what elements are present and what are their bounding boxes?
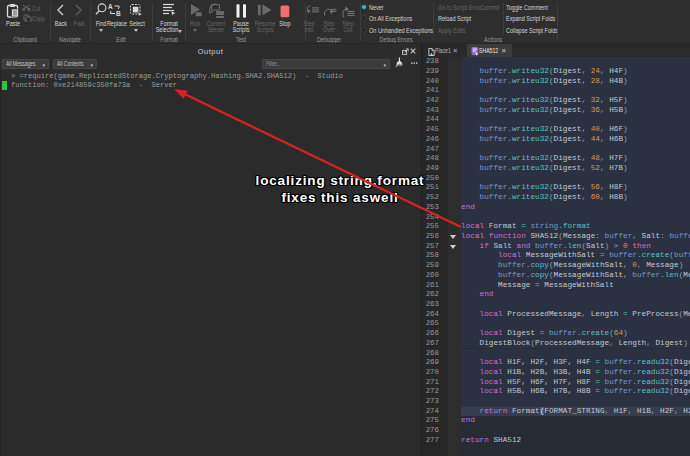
svg-text:A: A [108, 3, 113, 10]
svg-text:B: B [116, 10, 121, 17]
